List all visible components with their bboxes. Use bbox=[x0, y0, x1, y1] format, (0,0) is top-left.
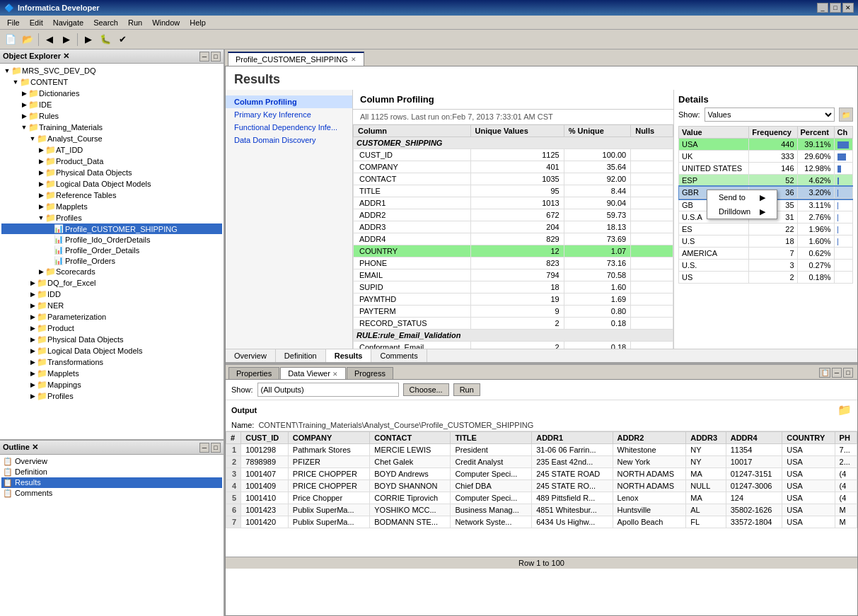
expand-icon-mapplets[interactable]: ▶ bbox=[28, 370, 37, 377]
expand-icon-dictionaries[interactable]: ▶ bbox=[20, 90, 28, 97]
expand-icon-param[interactable]: ▶ bbox=[28, 313, 37, 320]
toolbar-btn-back[interactable]: ◀ bbox=[42, 32, 57, 47]
expand-icon-ide[interactable]: ▶ bbox=[20, 101, 28, 108]
maximize-button[interactable]: □ bbox=[830, 3, 841, 13]
show-input[interactable] bbox=[257, 383, 399, 397]
context-menu-drilldown[interactable]: Drilldown bbox=[707, 204, 777, 219]
run-button[interactable]: Run bbox=[453, 383, 480, 396]
expand-icon-transformations[interactable]: ▶ bbox=[28, 359, 37, 366]
tree-item-profiles[interactable]: ▼ 📁 Profiles bbox=[1, 212, 222, 223]
expand-icon-ref-tables[interactable]: ▶ bbox=[37, 192, 45, 199]
expand-icon-ldom-top[interactable]: ▶ bbox=[28, 347, 37, 354]
bottom-tab-progress[interactable]: Progress bbox=[347, 367, 393, 379]
bottom-tab-properties[interactable]: Properties bbox=[228, 367, 279, 379]
toolbar-btn-open[interactable]: 📂 bbox=[20, 32, 35, 47]
tree-item-training-materials[interactable]: ▼ 📁 Training_Materials bbox=[1, 122, 222, 133]
tree-item-profile-customer-shipping[interactable]: 📊 Profile_CUSTOMER_SHIPPING bbox=[1, 223, 222, 234]
tab-profile-customer-shipping[interactable]: Profile_CUSTOMER_SHIPPING ✕ bbox=[228, 52, 364, 66]
menu-run[interactable]: Run bbox=[124, 17, 146, 28]
nav-item-primary-key[interactable]: Primary Key Inference bbox=[226, 108, 352, 121]
outline-minimize-btn[interactable]: ─ bbox=[199, 443, 209, 453]
out-col-cust-id[interactable]: CUST_ID bbox=[241, 432, 289, 444]
out-col-num[interactable]: # bbox=[226, 432, 241, 444]
menu-help[interactable]: Help bbox=[185, 17, 210, 28]
outline-item-comments[interactable]: 📋 Comments bbox=[1, 488, 222, 499]
out-col-country[interactable]: COUNTRY bbox=[782, 432, 835, 444]
tree-item-content[interactable]: ▼ 📁 CONTENT bbox=[1, 76, 222, 88]
expand-icon-profiles[interactable]: ▼ bbox=[37, 214, 45, 221]
toolbar-btn-debug[interactable]: 🐛 bbox=[98, 32, 113, 47]
menu-search[interactable]: Search bbox=[89, 17, 122, 28]
tree-item-transformations[interactable]: ▶ 📁 Transformations bbox=[1, 356, 222, 368]
tree-item-profiles-top[interactable]: ▶ 📁 Profiles bbox=[1, 390, 222, 402]
menu-window[interactable]: Window bbox=[148, 17, 184, 28]
tree-item-parameterization[interactable]: ▶ 📁 Parameterization bbox=[1, 311, 222, 322]
toolbar-btn-validate[interactable]: ✔ bbox=[115, 32, 130, 47]
details-folder-btn[interactable]: 📁 bbox=[839, 107, 853, 122]
nav-item-functional-dep[interactable]: Functional Dependency Infe... bbox=[226, 121, 352, 134]
toolbar-btn-forward[interactable]: ▶ bbox=[59, 32, 74, 47]
expand-icon-pdo-top[interactable]: ▶ bbox=[28, 336, 37, 343]
expand-icon-rules[interactable]: ▶ bbox=[20, 112, 28, 120]
profiling-table-scroll[interactable]: Column Unique Values % Unique Nulls CUST… bbox=[353, 124, 673, 349]
outline-item-definition[interactable]: 📋 Definition bbox=[1, 467, 222, 477]
details-col-freq[interactable]: Frequency bbox=[749, 127, 797, 139]
menu-navigate[interactable]: Navigate bbox=[49, 17, 88, 28]
choose-button[interactable]: Choose... bbox=[403, 383, 449, 396]
minimize-button[interactable]: _ bbox=[817, 3, 828, 13]
tree-item-product-data[interactable]: ▶ 📁 Product_Data bbox=[1, 156, 222, 167]
expand-icon-analyst[interactable]: ▼ bbox=[28, 135, 37, 142]
out-col-addr2[interactable]: ADDR2 bbox=[613, 432, 686, 444]
tree-item-pdo-top[interactable]: ▶ 📁 Physical Data Objects bbox=[1, 334, 222, 345]
toolbar-btn-run[interactable]: ▶ bbox=[81, 32, 96, 47]
view-tab-comments[interactable]: Comments bbox=[371, 349, 427, 362]
expand-icon-root[interactable]: ▼ bbox=[3, 67, 11, 74]
details-col-pct[interactable]: Percent bbox=[797, 127, 834, 139]
tree-item-scorecards[interactable]: ▶ 📁 Scorecards bbox=[1, 266, 222, 277]
outline-maximize-btn[interactable]: □ bbox=[211, 443, 221, 453]
tab-close-btn[interactable]: ✕ bbox=[351, 56, 356, 63]
tree-item-reference-tables[interactable]: ▶ 📁 Reference Tables bbox=[1, 190, 222, 201]
tree-item-mappings[interactable]: ▶ 📁 Mappings bbox=[1, 379, 222, 390]
col-header-unique-values[interactable]: Unique Values bbox=[470, 125, 564, 137]
out-col-company[interactable]: COMPANY bbox=[288, 432, 369, 444]
nav-item-column-profiling[interactable]: Column Profiling bbox=[226, 95, 352, 108]
out-col-title[interactable]: TITLE bbox=[451, 432, 532, 444]
tree-item-rules[interactable]: ▶ 📁 Rules bbox=[1, 110, 222, 122]
title-bar-controls[interactable]: _ □ ✕ bbox=[817, 3, 854, 13]
expand-icon-content[interactable]: ▼ bbox=[11, 79, 20, 86]
tree-item-profile-ido[interactable]: 📊 Profile_Ido_OrderDetails bbox=[1, 234, 222, 245]
tree-item-ldom-top[interactable]: ▶ 📁 Logical Data Object Models bbox=[1, 345, 222, 356]
out-col-addr1[interactable]: ADDR1 bbox=[532, 432, 613, 444]
tree-item-pdo-analyst[interactable]: ▶ 📁 Physical Data Objects bbox=[1, 167, 222, 178]
tree-item-analyst-course[interactable]: ▼ 📁 Analyst_Course bbox=[1, 133, 222, 144]
tree-item-mapplets-analyst[interactable]: ▶ 📁 Mapplets bbox=[1, 201, 222, 212]
tree-item-profile-order-details[interactable]: 📊 Profile_Order_Details bbox=[1, 245, 222, 255]
view-tab-overview[interactable]: Overview bbox=[226, 349, 276, 362]
expand-icon-ner[interactable]: ▶ bbox=[28, 302, 37, 309]
bottom-maximize-btn[interactable]: □ bbox=[843, 368, 853, 378]
bottom-tab-data-viewer[interactable]: Data Viewer ✕ bbox=[280, 367, 346, 379]
out-col-addr3[interactable]: ADDR3 bbox=[686, 432, 726, 444]
close-button[interactable]: ✕ bbox=[842, 3, 854, 13]
tree-item-profile-orders[interactable]: 📊 Profile_Orders bbox=[1, 255, 222, 266]
panel-minimize-btn[interactable]: ─ bbox=[199, 52, 209, 62]
output-table-container[interactable]: # CUST_ID COMPANY CONTACT TITLE ADDR1 AD… bbox=[226, 431, 857, 557]
expand-icon-training[interactable]: ▼ bbox=[20, 124, 28, 131]
expand-icon-product-data[interactable]: ▶ bbox=[37, 158, 45, 165]
expand-icon-product[interactable]: ▶ bbox=[28, 325, 37, 332]
details-col-value[interactable]: Value bbox=[679, 127, 749, 139]
expand-icon-idd[interactable]: ▶ bbox=[28, 291, 37, 298]
bottom-tab-close-btn[interactable]: ✕ bbox=[332, 371, 338, 378]
view-tab-definition[interactable]: Definition bbox=[276, 349, 326, 362]
expand-icon-mapplets-analyst[interactable]: ▶ bbox=[37, 203, 45, 210]
view-tab-results[interactable]: Results bbox=[326, 349, 372, 362]
out-col-ph[interactable]: PH bbox=[835, 432, 857, 444]
expand-icon-profiles-top[interactable]: ▶ bbox=[28, 393, 37, 400]
menu-file[interactable]: File bbox=[3, 17, 24, 28]
tree-item-ide[interactable]: ▶ 📁 IDE bbox=[1, 99, 222, 110]
tree-item-ner[interactable]: ▶ 📁 NER bbox=[1, 300, 222, 311]
bottom-minimize-btn[interactable]: ─ bbox=[832, 368, 842, 378]
out-col-addr4[interactable]: ADDR4 bbox=[726, 432, 782, 444]
details-show-select[interactable]: Values Patterns bbox=[705, 107, 835, 122]
